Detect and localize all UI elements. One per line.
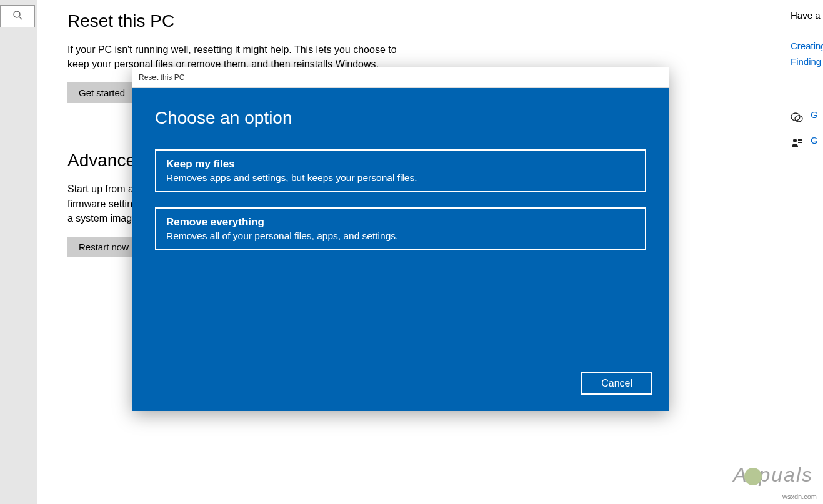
svg-point-4 — [793, 139, 797, 142]
svg-point-0 — [14, 11, 20, 17]
reset-title: Reset this PC — [67, 11, 505, 31]
question-icon — [791, 112, 803, 123]
dialog-body: Choose an option Keep my files Removes a… — [132, 88, 669, 411]
get-started-button[interactable]: Get started — [67, 82, 136, 103]
right-item-label: G — [811, 135, 818, 146]
svg-rect-5 — [798, 139, 802, 141]
right-link[interactable]: Finding — [791, 56, 823, 67]
svg-point-3 — [795, 116, 802, 122]
dialog-titlebar: Reset this PC — [132, 67, 669, 88]
right-item[interactable]: G — [791, 135, 823, 151]
option-remove-everything[interactable]: Remove everything Removes all of your pe… — [155, 207, 646, 250]
right-item[interactable]: G — [791, 109, 823, 125]
restart-now-button[interactable]: Restart now — [67, 237, 140, 257]
feedback-icon — [791, 137, 803, 149]
option-keep-files[interactable]: Keep my files Removes apps and settings,… — [155, 149, 646, 192]
dialog-title: Reset this PC — [139, 73, 184, 82]
watermark-logo: Apuals — [733, 463, 813, 487]
option-title: Keep my files — [166, 158, 635, 170]
right-item-label: G — [811, 109, 818, 120]
right-panel: Have a Creating Finding G G — [791, 10, 823, 161]
svg-line-1 — [19, 17, 22, 19]
option-desc: Removes all of your personal files, apps… — [166, 230, 635, 242]
dialog-heading: Choose an option — [155, 108, 646, 128]
svg-rect-6 — [798, 142, 802, 143]
option-desc: Removes apps and settings, but keeps you… — [166, 172, 635, 184]
watermark-site: wsxdn.com — [782, 493, 817, 500]
search-icon — [12, 10, 22, 22]
right-link[interactable]: Creating — [791, 41, 823, 51]
cancel-button[interactable]: Cancel — [581, 372, 652, 395]
reset-dialog: Reset this PC Choose an option Keep my f… — [132, 67, 669, 411]
sidebar — [0, 0, 37, 504]
search-input[interactable] — [0, 5, 35, 27]
option-title: Remove everything — [166, 216, 635, 229]
right-heading: Have a — [791, 10, 823, 21]
